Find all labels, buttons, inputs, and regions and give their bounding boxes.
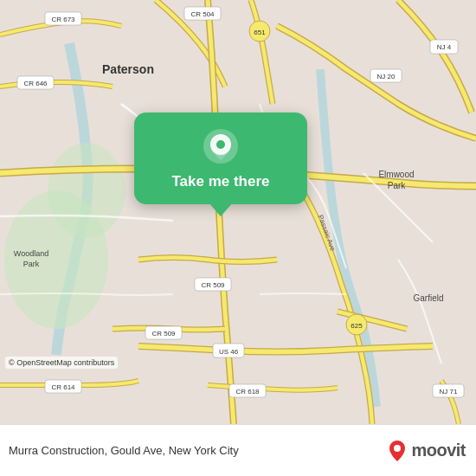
osm-attribution: © OpenStreetMap contributors bbox=[5, 357, 118, 369]
popup-card: Take me there bbox=[134, 113, 307, 204]
svg-text:CR 504: CR 504 bbox=[190, 10, 215, 18]
svg-point-2 bbox=[48, 143, 125, 238]
bottom-bar: Murra Construction, Gould Ave, New York … bbox=[0, 424, 476, 476]
svg-text:NJ 4: NJ 4 bbox=[437, 43, 452, 51]
moovit-logo: moovit bbox=[385, 439, 466, 463]
svg-text:NJ 71: NJ 71 bbox=[440, 388, 458, 396]
svg-text:CR 509: CR 509 bbox=[151, 330, 176, 338]
svg-text:Park: Park bbox=[23, 260, 40, 268]
location-pin-icon bbox=[203, 128, 239, 164]
moovit-text: moovit bbox=[411, 441, 466, 460]
svg-point-41 bbox=[394, 445, 401, 452]
svg-text:Garfield: Garfield bbox=[413, 293, 443, 303]
svg-text:651: 651 bbox=[254, 29, 266, 36]
svg-text:Paterson: Paterson bbox=[102, 62, 154, 76]
location-label: Murra Construction, Gould Ave, New York … bbox=[9, 444, 385, 457]
svg-text:Park: Park bbox=[388, 181, 407, 190]
svg-text:Woodland: Woodland bbox=[14, 249, 48, 258]
svg-text:CR 509: CR 509 bbox=[201, 281, 225, 289]
svg-text:CR 646: CR 646 bbox=[23, 80, 48, 87]
map-container: CR 673 CR 504 651 NJ 4 CR 646 NJ 20 I 80… bbox=[0, 0, 476, 424]
svg-text:625: 625 bbox=[351, 322, 363, 330]
svg-point-40 bbox=[216, 140, 225, 149]
svg-text:CR 673: CR 673 bbox=[51, 16, 75, 23]
moovit-logo-icon bbox=[385, 439, 409, 463]
take-me-there-button[interactable]: Take me there bbox=[171, 173, 269, 190]
svg-text:US 46: US 46 bbox=[219, 348, 239, 356]
svg-text:CR 618: CR 618 bbox=[235, 388, 260, 396]
svg-text:NJ 20: NJ 20 bbox=[377, 73, 396, 80]
svg-text:CR 614: CR 614 bbox=[51, 383, 75, 391]
svg-text:Elmwood: Elmwood bbox=[378, 170, 414, 179]
